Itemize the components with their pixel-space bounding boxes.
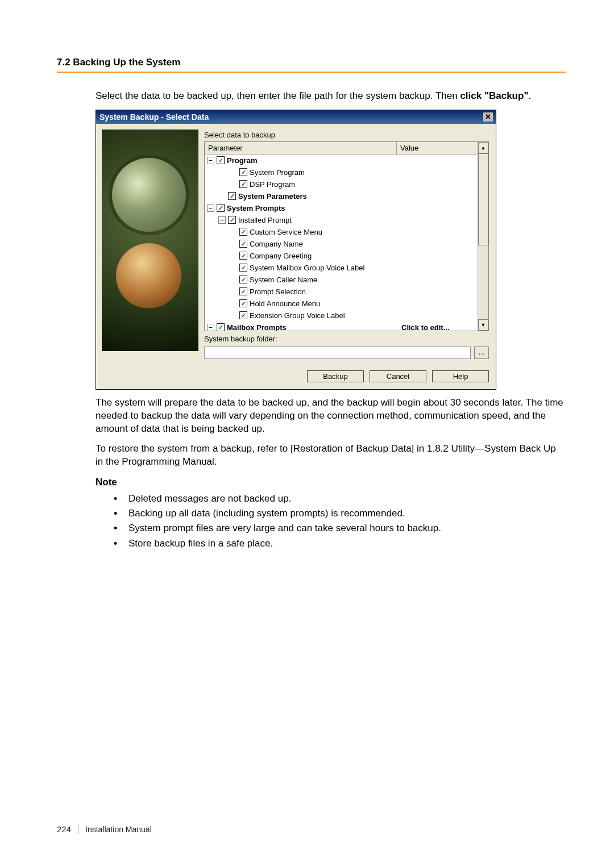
- expand-icon[interactable]: +: [218, 216, 226, 224]
- col-value[interactable]: Value: [397, 142, 478, 154]
- tree-row[interactable]: ✓Hold Announce Menu: [205, 298, 478, 310]
- checkbox[interactable]: ✓: [239, 168, 247, 176]
- close-icon[interactable]: ✕: [483, 112, 493, 122]
- checkbox[interactable]: ✓: [217, 323, 225, 331]
- backup-button[interactable]: Backup: [307, 370, 364, 382]
- tree-row[interactable]: ✓DSP Program: [205, 178, 478, 190]
- scroll-down-icon[interactable]: ▼: [478, 319, 488, 331]
- tree-label: Installed Prompt: [238, 215, 292, 226]
- tree-label: System Parameters: [238, 191, 307, 202]
- checkbox[interactable]: ✓: [239, 180, 247, 188]
- tree-label: Company Greeting: [250, 251, 312, 261]
- collapse-icon[interactable]: −: [207, 205, 214, 212]
- checkbox[interactable]: ✓: [239, 228, 247, 236]
- tree-label: System Caller Name: [250, 274, 317, 285]
- tree-label: DSP Program: [250, 179, 295, 190]
- folder-label: System backup folder:: [204, 335, 277, 343]
- checkbox[interactable]: ✓: [217, 156, 225, 164]
- grid-header: Parameter Value: [205, 142, 478, 155]
- tree-row[interactable]: ✓Custom Service Menu: [205, 226, 478, 238]
- cancel-button[interactable]: Cancel: [370, 370, 426, 382]
- tree-row[interactable]: −✓Program: [205, 155, 478, 166]
- grid-rows: −✓Program✓System Program✓DSP Program✓Sys…: [205, 155, 478, 331]
- scroll-track[interactable]: [478, 153, 488, 319]
- tree-row[interactable]: ✓System Mailbox Group Voice Label: [205, 262, 478, 274]
- tree-label: System Prompts: [227, 203, 285, 214]
- checkbox[interactable]: ✓: [239, 240, 247, 248]
- parameter-grid: Parameter Value −✓Program✓System Program…: [204, 141, 489, 331]
- tree-label: System Mailbox Group Voice Label: [250, 262, 364, 273]
- tree-row[interactable]: ✓Company Name: [205, 238, 478, 250]
- dialog-titlebar: System Backup - Select Data ✕: [96, 110, 496, 124]
- body-paragraph-1: The system will prepare the data to be b…: [96, 397, 566, 436]
- checkbox[interactable]: ✓: [239, 264, 247, 272]
- tree-label: Mailbox Prompts: [227, 322, 287, 331]
- notes-list: Deleted messages are not backed up.Backi…: [114, 491, 566, 551]
- checkbox[interactable]: ✓: [239, 276, 247, 283]
- tree-label: Company Name: [250, 239, 303, 249]
- tree-row[interactable]: +✓Installed Prompt: [205, 214, 478, 226]
- dialog-title: System Backup - Select Data: [99, 112, 209, 122]
- tree-label: System Program: [250, 167, 305, 178]
- intro-bold: click "Backup": [460, 90, 528, 101]
- tree-label: Extension Group Voice Label: [250, 310, 345, 321]
- tree-label: Custom Service Menu: [250, 227, 322, 237]
- backup-dialog: System Backup - Select Data ✕ Select dat…: [96, 110, 496, 390]
- checkbox[interactable]: ✓: [228, 192, 236, 200]
- scrollbar[interactable]: ▲ ▼: [478, 142, 488, 331]
- tree-row[interactable]: ✓System Parameters: [205, 190, 478, 202]
- checkbox[interactable]: ✓: [217, 204, 225, 212]
- page-number: 224: [57, 824, 71, 834]
- checkbox[interactable]: ✓: [239, 252, 247, 260]
- intro-paragraph: Select the data to be backed up, then en…: [96, 90, 566, 103]
- folder-input[interactable]: [204, 347, 471, 359]
- scroll-up-icon[interactable]: ▲: [478, 142, 488, 153]
- help-button[interactable]: Help: [432, 370, 489, 382]
- tree-row[interactable]: ✓Prompt Selection: [205, 286, 478, 298]
- note-item: Backing up all data (including system pr…: [114, 506, 566, 521]
- tree-value[interactable]: Click to edit...: [399, 322, 475, 331]
- tree-label: Hold Announce Menu: [250, 298, 320, 309]
- doc-title: Installation Manual: [85, 825, 152, 834]
- page-footer: 224 Installation Manual: [57, 824, 152, 834]
- tree-label: Program: [227, 155, 257, 166]
- note-heading: Note: [96, 477, 566, 488]
- select-data-label: Select data to backup: [204, 130, 489, 141]
- note-item: System prompt files are very large and c…: [114, 521, 566, 536]
- heading-rule: [57, 72, 566, 73]
- scroll-thumb[interactable]: [478, 153, 488, 245]
- tree-row[interactable]: ✓System Program: [205, 166, 478, 178]
- tree-row[interactable]: ✓Company Greeting: [205, 250, 478, 262]
- note-item: Deleted messages are not backed up.: [114, 491, 566, 506]
- section-heading: 7.2 Backing Up the System: [57, 57, 566, 68]
- tree-row[interactable]: ✓System Caller Name: [205, 274, 478, 286]
- dialog-side-image: [102, 130, 198, 351]
- tree-row[interactable]: −✓System Prompts: [205, 202, 478, 214]
- browse-button[interactable]: ...: [474, 347, 489, 359]
- checkbox[interactable]: ✓: [228, 216, 236, 224]
- body-paragraph-2: To restore the system from a backup, ref…: [96, 443, 566, 469]
- checkbox[interactable]: ✓: [239, 287, 247, 295]
- tree-row[interactable]: −✓Mailbox PromptsClick to edit...: [205, 322, 478, 331]
- tree-row[interactable]: ✓Extension Group Voice Label: [205, 310, 478, 322]
- footer-divider: [78, 825, 78, 834]
- checkbox[interactable]: ✓: [239, 299, 247, 307]
- intro-pre: Select the data to be backed up, then en…: [96, 90, 460, 101]
- checkbox[interactable]: ✓: [239, 311, 247, 319]
- col-parameter[interactable]: Parameter: [205, 142, 397, 154]
- note-item: Store backup files in a safe place.: [114, 536, 566, 551]
- tree-label: Prompt Selection: [250, 286, 306, 297]
- collapse-icon[interactable]: −: [207, 157, 214, 164]
- intro-post: .: [528, 90, 531, 101]
- collapse-icon[interactable]: −: [207, 324, 214, 331]
